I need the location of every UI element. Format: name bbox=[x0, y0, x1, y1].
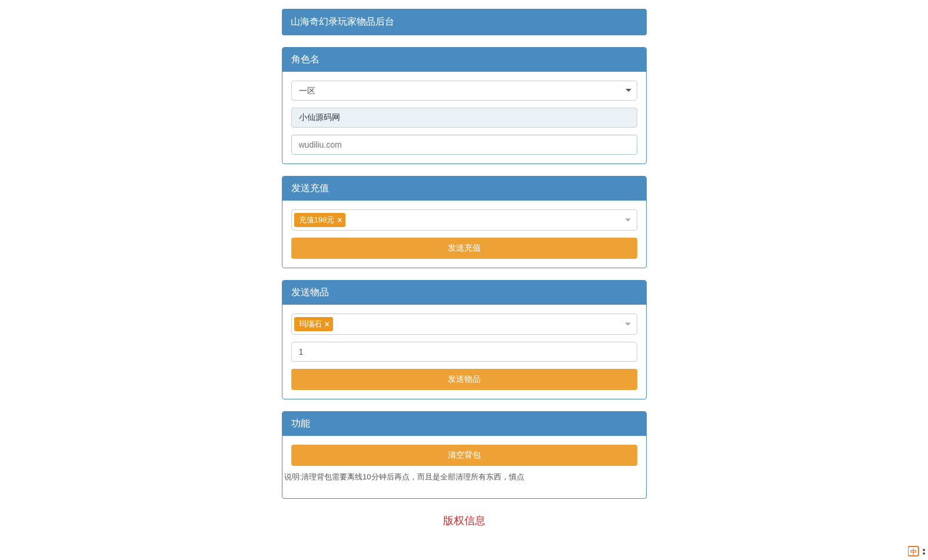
recharge-panel-title: 发送充值 bbox=[291, 183, 329, 193]
item-tag-label: 玛瑙石 bbox=[299, 319, 322, 329]
item-panel: 发送物品 玛瑙石 × 发送物品 bbox=[282, 280, 647, 399]
function-panel-title: 功能 bbox=[291, 418, 310, 428]
send-recharge-button[interactable]: 发送充值 bbox=[291, 238, 637, 259]
footer-copyright: 版权信息 bbox=[282, 514, 647, 528]
chevron-down-icon bbox=[625, 323, 631, 326]
clear-bag-button[interactable]: 清空背包 bbox=[291, 445, 637, 466]
role-panel-heading: 角色名 bbox=[282, 48, 646, 72]
page-title: 山海奇幻录玩家物品后台 bbox=[291, 16, 394, 26]
item-panel-title: 发送物品 bbox=[291, 287, 329, 297]
recharge-tag-label: 充值198元 bbox=[299, 215, 335, 225]
role-panel-title: 角色名 bbox=[291, 54, 320, 64]
page-header: 山海奇幻录玩家物品后台 bbox=[282, 9, 647, 35]
item-tag: 玛瑙石 × bbox=[294, 317, 333, 331]
recharge-tag-select[interactable]: 充值198元 × bbox=[291, 209, 637, 231]
quantity-input[interactable] bbox=[291, 342, 637, 362]
item-panel-heading: 发送物品 bbox=[282, 281, 646, 305]
role-panel: 角色名 一区 bbox=[282, 47, 647, 164]
recharge-panel-heading: 发送充值 bbox=[282, 176, 646, 201]
recharge-tag: 充值198元 × bbox=[294, 213, 346, 227]
account-input[interactable] bbox=[291, 135, 637, 155]
recharge-panel: 发送充值 充值198元 × 发送充值 bbox=[282, 176, 647, 268]
function-panel-heading: 功能 bbox=[282, 412, 646, 436]
clear-bag-note: 说明:清理背包需要离线10分钟后再点，而且是全部清理所有东西，慎点 bbox=[283, 472, 646, 489]
close-icon[interactable]: × bbox=[337, 216, 342, 224]
chevron-down-icon bbox=[625, 219, 631, 222]
item-tag-select[interactable]: 玛瑙石 × bbox=[291, 314, 637, 335]
function-panel: 功能 清空背包 说明:清理背包需要离线10分钟后再点，而且是全部清理所有东西，慎… bbox=[282, 411, 647, 499]
zone-select[interactable]: 一区 bbox=[291, 81, 637, 101]
role-name-input[interactable] bbox=[291, 108, 637, 128]
close-icon[interactable]: × bbox=[325, 320, 330, 328]
send-item-button[interactable]: 发送物品 bbox=[291, 369, 637, 390]
